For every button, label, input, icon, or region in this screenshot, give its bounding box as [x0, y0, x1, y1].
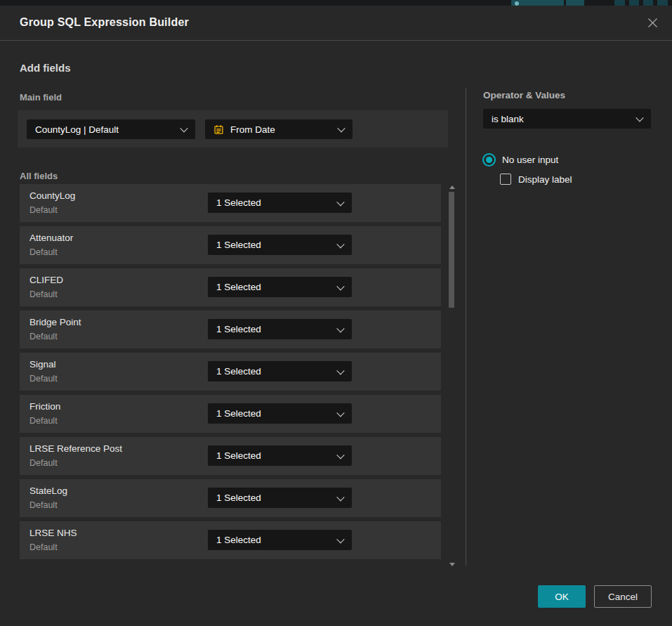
ok-button[interactable]: OK — [538, 585, 586, 608]
field-row: CountyLog Default 1 Selected — [20, 184, 441, 222]
no-user-input-label: No user input — [502, 155, 558, 165]
field-subtitle: Default — [29, 416, 58, 426]
all-fields-list: CountyLog Default 1 Selected Attenuator … — [20, 184, 441, 563]
field-selection-dropdown[interactable]: 1 Selected — [208, 445, 352, 466]
field-subtitle: Default — [29, 289, 58, 299]
main-field-label: Main field — [20, 92, 62, 103]
chevron-down-icon — [336, 367, 344, 374]
chevron-down-icon — [336, 240, 344, 248]
field-selection-dropdown[interactable]: 1 Selected — [208, 277, 352, 297]
field-selection-value: 1 Selected — [216, 493, 261, 503]
field-selection-value: 1 Selected — [216, 197, 261, 208]
add-fields-heading: Add fields — [20, 62, 71, 74]
field-row: Attenuator Default 1 Selected — [20, 226, 441, 264]
field-subtitle: Default — [29, 205, 58, 215]
field-selection-dropdown[interactable]: 1 Selected — [208, 488, 352, 508]
field-row: LRSE Reference Post Default 1 Selected — [20, 437, 441, 475]
operator-value: is blank — [492, 114, 524, 124]
main-field-field-value: From Date — [230, 124, 275, 135]
field-name: Bridge Point — [29, 317, 81, 327]
field-selection-dropdown[interactable]: 1 Selected — [208, 193, 352, 213]
background-button-fragment — [643, 0, 653, 6]
field-name: StateLog — [29, 485, 67, 496]
chevron-down-icon — [336, 535, 344, 543]
field-subtitle: Default — [29, 374, 58, 384]
field-row: LRSE NHS Default 1 Selected — [20, 521, 441, 559]
background-button-fragment — [566, 0, 584, 6]
field-name: LRSE Reference Post — [29, 443, 122, 454]
field-selection-dropdown[interactable]: 1 Selected — [208, 361, 352, 382]
close-button[interactable] — [643, 13, 662, 32]
field-selection-value: 1 Selected — [216, 282, 261, 292]
display-label-option[interactable]: Display label — [500, 174, 572, 185]
main-field-field-dropdown[interactable]: From Date — [205, 119, 353, 139]
field-name: Friction — [29, 401, 60, 412]
field-name: LRSE NHS — [29, 528, 77, 538]
field-selection-dropdown[interactable]: 1 Selected — [208, 530, 352, 550]
chevron-down-icon — [336, 451, 344, 459]
field-name: Signal — [29, 359, 56, 370]
background-button-fragment — [614, 0, 625, 6]
chevron-down-icon — [635, 114, 643, 122]
field-row: Signal Default 1 Selected — [20, 353, 441, 391]
chevron-down-icon — [336, 409, 344, 417]
chevron-down-icon — [336, 282, 344, 290]
display-label-checkbox[interactable] — [500, 174, 511, 185]
chevron-down-icon — [336, 198, 344, 206]
field-selection-dropdown[interactable]: 1 Selected — [208, 403, 352, 424]
field-selection-dropdown[interactable]: 1 Selected — [208, 319, 352, 339]
field-name: CountyLog — [29, 190, 75, 201]
scrollbar-thumb[interactable] — [449, 192, 454, 308]
all-fields-label: All fields — [20, 171, 58, 181]
field-subtitle: Default — [29, 458, 58, 468]
scroll-down-arrow-icon[interactable] — [449, 563, 455, 566]
chevron-down-icon — [336, 325, 344, 332]
field-selection-value: 1 Selected — [216, 535, 261, 545]
field-name: CLIFED — [29, 275, 63, 285]
field-row: Friction Default 1 Selected — [20, 395, 441, 433]
background-button-fragment — [657, 0, 668, 6]
chevron-down-icon — [180, 124, 187, 132]
cancel-button[interactable]: Cancel — [594, 585, 652, 608]
field-subtitle: Default — [29, 332, 58, 341]
panel-divider — [466, 88, 466, 566]
field-selection-dropdown[interactable]: 1 Selected — [208, 235, 352, 255]
calendar-icon — [213, 124, 224, 135]
field-selection-value: 1 Selected — [216, 366, 261, 377]
scroll-up-arrow-icon[interactable] — [449, 185, 455, 189]
no-user-input-option[interactable]: No user input — [482, 153, 558, 167]
field-row: StateLog Default 1 Selected — [20, 479, 441, 517]
group-sql-expression-builder-dialog: Group SQL Expression Builder Add fields … — [0, 6, 672, 626]
dialog-title: Group SQL Expression Builder — [20, 16, 189, 29]
field-name: Attenuator — [29, 233, 73, 243]
main-field-container: CountyLog | Default From Date — [18, 110, 448, 148]
field-subtitle: Default — [29, 542, 58, 552]
field-subtitle: Default — [29, 247, 58, 257]
background-app-strip — [0, 0, 672, 6]
operator-values-heading: Operator & Values — [483, 90, 565, 100]
field-row: Bridge Point Default 1 Selected — [20, 311, 441, 348]
main-field-layer-value: CountyLog | Default — [35, 124, 119, 135]
background-button-fragment — [629, 0, 639, 6]
chevron-down-icon — [336, 493, 344, 501]
field-subtitle: Default — [29, 500, 58, 510]
operator-dropdown[interactable]: is blank — [483, 109, 651, 129]
field-selection-value: 1 Selected — [216, 408, 261, 419]
background-button-fragment — [511, 0, 564, 6]
display-label-label: Display label — [518, 174, 572, 185]
dialog-titlebar: Group SQL Expression Builder — [0, 6, 672, 41]
field-row: CLIFED Default 1 Selected — [20, 268, 441, 306]
field-selection-value: 1 Selected — [216, 324, 261, 334]
field-selection-value: 1 Selected — [216, 240, 261, 250]
field-selection-value: 1 Selected — [216, 450, 261, 461]
main-field-layer-dropdown[interactable]: CountyLog | Default — [27, 119, 195, 139]
close-icon — [643, 17, 662, 29]
no-user-input-radio[interactable] — [482, 153, 496, 167]
chevron-down-icon — [337, 124, 345, 132]
list-scrollbar[interactable] — [447, 184, 457, 568]
